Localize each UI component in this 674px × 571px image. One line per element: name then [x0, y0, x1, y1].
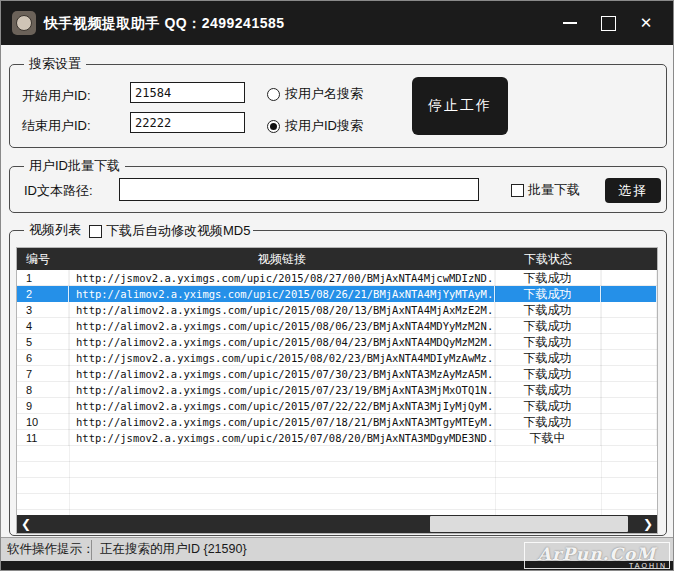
column-header-status[interactable]: 下载状态 — [495, 248, 601, 270]
batch-download-checkbox[interactable]: 批量下载 — [508, 181, 583, 199]
batch-download-group: 用户ID批量下载 ID文本路径: 批量下载 选择 — [9, 166, 667, 213]
status-bar-message: 正在搜索的用户ID {21590} — [100, 538, 247, 562]
table-row[interactable]: 4http://alimov2.a.yximgs.com/upic/2015/0… — [17, 318, 657, 334]
radio-search-by-username[interactable]: 按用户名搜索 — [267, 85, 363, 103]
minimize-button[interactable] — [557, 10, 583, 36]
table-row[interactable]: 6http://jsmov2.a.yximgs.com/upic/2015/08… — [17, 350, 657, 366]
row-video-url: http://alimov2.a.yximgs.com/upic/2015/07… — [69, 414, 495, 430]
maximize-icon — [601, 16, 616, 31]
search-settings-legend: 搜索设置 — [24, 55, 86, 73]
app-logo-icon — [16, 15, 32, 31]
table-row[interactable]: 8http://alimov2.a.yximgs.com/upic/2015/0… — [17, 382, 657, 398]
scrollbar-thumb[interactable] — [430, 516, 628, 532]
table-row[interactable]: 11http://jsmov2.a.yximgs.com/upic/2015/0… — [17, 430, 657, 446]
row-extra-cell — [601, 414, 657, 430]
close-icon: ✕ — [640, 14, 653, 32]
status-bar-separator — [91, 540, 92, 560]
table-row[interactable]: 7http://alimov2.a.yximgs.com/upic/2015/0… — [17, 366, 657, 382]
status-bar: 软件操作提示： 正在搜索的用户ID {21590} — [1, 537, 673, 561]
table-row[interactable]: 9http://alimov2.a.yximgs.com/upic/2015/0… — [17, 398, 657, 414]
video-table: 编号 视频链接 下载状态 1http://jsmov2.a.yximgs.com… — [16, 247, 658, 534]
radio-username-label: 按用户名搜索 — [285, 85, 363, 103]
table-row[interactable]: 1http://jsmov2.a.yximgs.com/upic/2015/08… — [17, 270, 657, 286]
md5-checkbox-icon — [89, 225, 102, 238]
radio-userid-label: 按用户ID搜索 — [285, 117, 363, 135]
video-list-group: 视频列表 下载后自动修改视频MD5 编号 视频链接 下载状态 1http://j… — [9, 230, 667, 536]
row-extra-cell — [601, 382, 657, 398]
row-extra-cell — [601, 286, 657, 302]
row-number: 4 — [17, 318, 69, 334]
status-bar-label: 软件操作提示： — [7, 538, 95, 562]
id-path-label: ID文本路径: — [24, 182, 93, 200]
row-number: 9 — [17, 398, 69, 414]
row-download-status: 下载成功 — [495, 334, 601, 350]
table-row[interactable]: 5http://alimov2.a.yximgs.com/upic/2015/0… — [17, 334, 657, 350]
app-icon — [12, 11, 36, 35]
row-number: 5 — [17, 334, 69, 350]
table-row[interactable]: 2http://alimov2.a.yximgs.com/upic/2015/0… — [17, 286, 657, 302]
radio-userid-icon — [267, 120, 280, 133]
video-list-legend: 视频列表 — [24, 221, 86, 239]
bottom-strip — [1, 561, 673, 571]
row-video-url: http://alimov2.a.yximgs.com/upic/2015/08… — [69, 302, 495, 318]
row-download-status: 下载中 — [495, 430, 601, 446]
end-userid-input[interactable] — [130, 112, 245, 133]
table-row[interactable]: 3http://alimov2.a.yximgs.com/upic/2015/0… — [17, 302, 657, 318]
row-extra-cell — [601, 302, 657, 318]
row-number: 8 — [17, 382, 69, 398]
row-video-url: http://jsmov2.a.yximgs.com/upic/2015/08/… — [69, 350, 495, 366]
md5-checkbox[interactable]: 下载后自动修改视频MD5 — [86, 222, 253, 240]
radio-search-by-userid[interactable]: 按用户ID搜索 — [267, 117, 363, 135]
row-number: 7 — [17, 366, 69, 382]
maximize-button[interactable] — [595, 10, 621, 36]
row-extra-cell — [601, 430, 657, 446]
row-download-status: 下载成功 — [495, 366, 601, 382]
radio-username-icon — [267, 88, 280, 101]
horizontal-scrollbar[interactable]: ❮ ❯ — [17, 515, 657, 533]
minimize-icon — [563, 22, 577, 24]
row-download-status: 下载成功 — [495, 302, 601, 318]
row-number: 3 — [17, 302, 69, 318]
window-title: 快手视频提取助手 QQ：2499241585 — [44, 1, 285, 45]
close-button[interactable]: ✕ — [633, 10, 659, 36]
batch-download-checkbox-icon — [511, 184, 524, 197]
row-download-status: 下载成功 — [495, 286, 601, 302]
row-extra-cell — [601, 366, 657, 382]
window-controls: ✕ — [557, 1, 659, 45]
start-userid-label: 开始用户ID: — [22, 87, 91, 105]
row-number: 10 — [17, 414, 69, 430]
row-video-url: http://alimov2.a.yximgs.com/upic/2015/07… — [69, 366, 495, 382]
row-video-url: http://alimov2.a.yximgs.com/upic/2015/08… — [69, 318, 495, 334]
row-extra-cell — [601, 350, 657, 366]
table-row[interactable]: 10http://alimov2.a.yximgs.com/upic/2015/… — [17, 414, 657, 430]
scroll-left-arrow-icon[interactable]: ❮ — [17, 515, 35, 533]
row-video-url: http://alimov2.a.yximgs.com/upic/2015/07… — [69, 382, 495, 398]
row-video-url: http://alimov2.a.yximgs.com/upic/2015/08… — [69, 334, 495, 350]
column-header-no[interactable]: 编号 — [17, 248, 69, 270]
row-number: 6 — [17, 350, 69, 366]
id-path-input[interactable] — [119, 178, 479, 201]
batch-download-legend: 用户ID批量下载 — [24, 157, 125, 175]
row-extra-cell — [601, 398, 657, 414]
row-download-status: 下载成功 — [495, 270, 601, 286]
start-userid-input[interactable] — [130, 82, 245, 103]
row-video-url: http://alimov2.a.yximgs.com/upic/2015/08… — [69, 286, 495, 302]
app-window: 快手视频提取助手 QQ：2499241585 ✕ 搜索设置 开始用户ID: 结束… — [0, 0, 674, 571]
select-button[interactable]: 选择 — [605, 178, 661, 203]
row-video-url: http://jsmov2.a.yximgs.com/upic/2015/08/… — [69, 270, 495, 286]
row-extra-cell — [601, 270, 657, 286]
scroll-right-arrow-icon[interactable]: ❯ — [639, 515, 657, 533]
row-number: 1 — [17, 270, 69, 286]
column-header-url[interactable]: 视频链接 — [69, 248, 495, 270]
row-download-status: 下载成功 — [495, 350, 601, 366]
stop-work-button[interactable]: 停止工作 — [412, 77, 508, 135]
row-download-status: 下载成功 — [495, 414, 601, 430]
table-header: 编号 视频链接 下载状态 — [17, 248, 657, 270]
column-header-extra — [601, 248, 657, 270]
row-download-status: 下载成功 — [495, 398, 601, 414]
row-extra-cell — [601, 334, 657, 350]
batch-download-checkbox-label: 批量下载 — [528, 181, 580, 199]
row-extra-cell — [601, 318, 657, 334]
title-bar: 快手视频提取助手 QQ：2499241585 ✕ — [1, 1, 673, 45]
end-userid-label: 结束用户ID: — [22, 117, 91, 135]
